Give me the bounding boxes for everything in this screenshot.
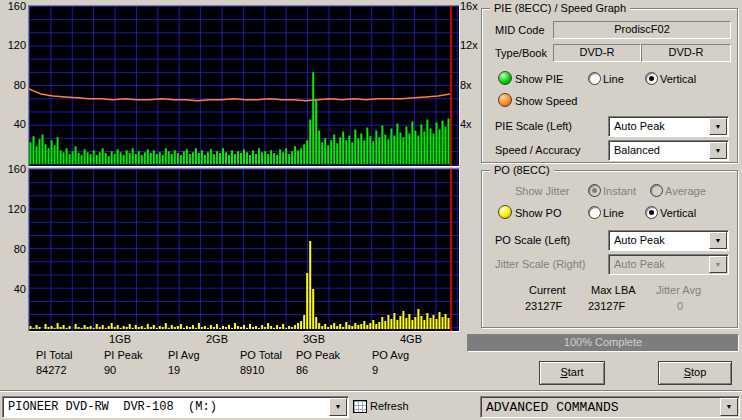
pie-chart [29,6,457,164]
pie-vertical-label[interactable]: Vertical [660,73,696,85]
refresh-icon[interactable] [353,400,367,413]
speed-axis-tick: 4x [460,118,482,130]
po-vertical-radio[interactable] [645,206,658,219]
show-pie-led[interactable] [498,71,512,85]
stat-value: 90 [104,364,143,376]
drive-select-value: PIONEER DVD-RW DVR-108 (M:) [8,400,217,414]
stat-po-avg: PO Avg 9 [372,349,409,376]
pie-scale-value: Auto Peak [614,120,665,132]
po-axis-tick: 160 [2,163,26,175]
pie-axis-tick: 80 [2,79,26,91]
pie-scale-label: PIE Scale (Left) [495,120,572,132]
po-axis-tick: 40 [2,283,26,295]
speed-accuracy-select[interactable]: Balanced ▼ [608,140,729,161]
po-line-radio[interactable] [588,206,601,219]
show-speed-label[interactable]: Show Speed [515,95,577,107]
stat-label: PO Peak [296,349,340,361]
x-axis-tick: 2GB [204,333,230,345]
pie-line-radio[interactable] [588,72,601,85]
refresh-button[interactable]: Refresh [370,400,409,412]
pie-speed-group: PIE (8ECC) / Speed Graph MID Code Prodis… [481,8,738,163]
stat-po-total: PO Total 8910 [240,349,282,376]
po-scale-value: Auto Peak [614,234,665,246]
jitter-average-radio [650,184,663,197]
show-pie-label[interactable]: Show PIE [515,73,563,85]
dropdown-arrow-icon: ▼ [709,256,727,273]
dropdown-arrow-icon[interactable]: ▼ [709,142,727,159]
stat-pi-total: PI Total 84272 [36,349,73,376]
start-button[interactable]: Start [539,361,605,385]
jitter-scale-select: Auto Peak ▼ [608,254,729,275]
pie-line-label[interactable]: Line [603,73,624,85]
po-scale-label: PO Scale (Left) [495,234,570,246]
stat-pi-peak: PI Peak 90 [104,349,143,376]
speed-accuracy-label: Speed / Accuracy [495,144,581,156]
drive-select[interactable]: PIONEER DVD-RW DVR-108 (M:) ▼ [2,396,349,418]
stat-label: PO Total [240,349,282,361]
dropdown-arrow-icon[interactable]: ▼ [720,398,738,416]
speed-axis-tick: 12x [460,39,482,51]
pie-speed-graph [28,5,460,167]
jitter-scale-value: Auto Peak [614,258,665,270]
max-lba-label: Max LBA [591,284,636,296]
x-axis-tick: 4GB [398,333,424,345]
jitter-average-label: Average [665,185,706,197]
po-chart [29,169,457,329]
jitter-avg-value: 0 [677,300,683,312]
speed-accuracy-value: Balanced [614,144,660,156]
po-scale-select[interactable]: Auto Peak ▼ [608,230,729,251]
jitter-instant-label: Instant [603,185,636,197]
stat-value: 9 [372,364,409,376]
dropdown-arrow-icon[interactable]: ▼ [709,118,727,135]
stat-value: 19 [168,364,200,376]
x-axis-tick: 3GB [301,333,327,345]
jitter-scale-label: Jitter Scale (Right) [495,258,585,270]
advanced-commands-select[interactable]: ADVANCED COMMANDS ▼ [480,396,740,418]
stat-label: PI Peak [104,349,143,361]
show-po-led[interactable] [498,205,512,219]
book-value: DVD-R [641,44,731,62]
max-lba-value: 23127F [588,300,625,312]
current-value: 23127F [525,300,562,312]
scan-position-marker [450,169,452,331]
stat-label: PO Avg [372,349,409,361]
advanced-commands-value: ADVANCED COMMANDS [486,400,619,415]
type-book-label: Type/Book [495,47,547,59]
stat-value: 86 [296,364,340,376]
stat-po-peak: PO Peak 86 [296,349,340,376]
bottom-divider [0,390,742,392]
disc-quality-scan-window: 160 120 80 40 160 120 80 40 16x 12x 8x 4… [0,0,742,420]
show-jitter-label: Show Jitter [515,185,569,197]
current-label: Current [529,284,566,296]
stat-value: 84272 [36,364,73,376]
pie-scale-select[interactable]: Auto Peak ▼ [608,116,729,137]
stat-pi-avg: PI Avg 19 [168,349,200,376]
mid-code-label: MID Code [495,24,545,36]
speed-axis-tick: 16x [460,0,482,12]
po-line-label[interactable]: Line [603,207,624,219]
pie-group-title: PIE (8ECC) / Speed Graph [490,2,630,14]
show-po-label[interactable]: Show PO [515,207,561,219]
stat-label: PI Total [36,349,73,361]
po-vertical-label[interactable]: Vertical [660,207,696,219]
mid-code-value: ProdiscF02 [553,21,731,39]
stop-button[interactable]: Stop [658,361,732,385]
type-value: DVD-R [553,44,641,62]
dropdown-arrow-icon[interactable]: ▼ [329,398,347,416]
progress-bar: 100% Complete [467,334,739,352]
jitter-instant-radio [588,184,601,197]
pie-vertical-radio[interactable] [645,72,658,85]
dropdown-arrow-icon[interactable]: ▼ [709,232,727,249]
scan-position-marker [450,6,452,166]
po-axis-tick: 80 [2,243,26,255]
po-group: PO (8ECC) Show Jitter Instant Average Sh… [481,170,738,328]
pie-axis-tick: 120 [2,39,26,51]
show-speed-led[interactable] [498,93,512,107]
speed-axis-tick: 8x [460,79,482,91]
progress-text: 100% Complete [564,336,642,348]
x-axis-tick: 1GB [107,333,133,345]
po-graph [28,168,460,332]
pie-axis-tick: 40 [2,118,26,130]
pie-axis-tick: 160 [2,0,26,12]
po-axis-tick: 120 [2,203,26,215]
